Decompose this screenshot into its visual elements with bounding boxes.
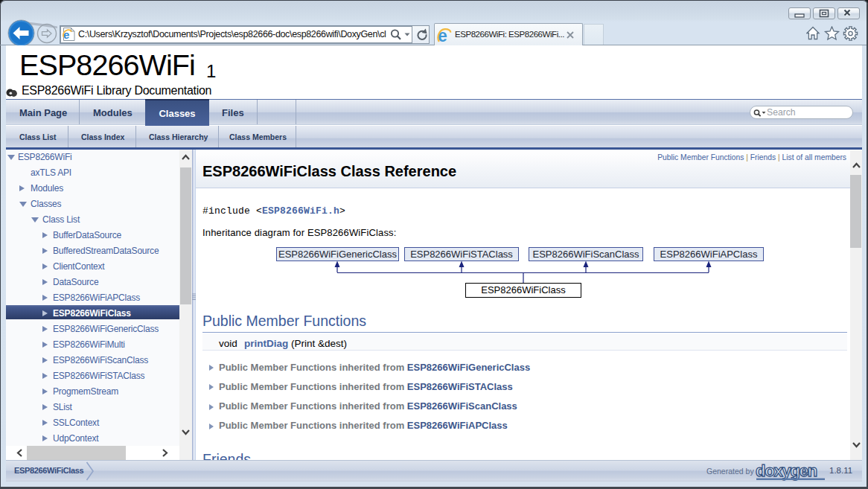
svg-text:doxygen: doxygen	[756, 462, 817, 480]
